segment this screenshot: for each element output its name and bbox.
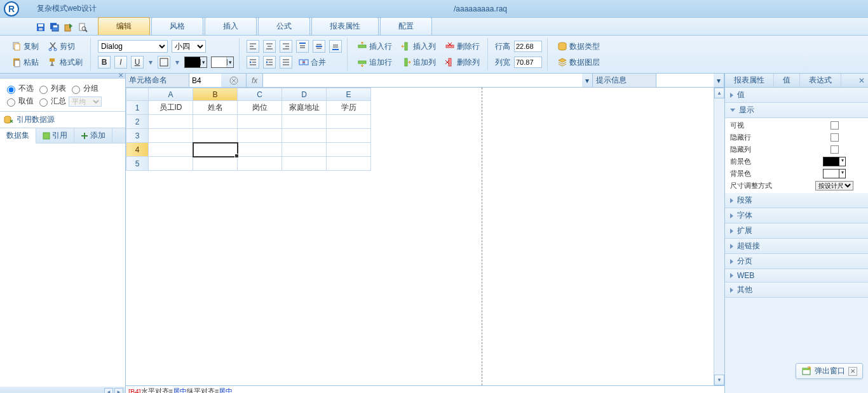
- bold-button[interactable]: B: [98, 56, 111, 69]
- row-header-2[interactable]: 2: [126, 115, 149, 129]
- indent-dec-button[interactable]: [247, 56, 259, 69]
- cell[interactable]: 岗位: [238, 101, 282, 115]
- fx-cancel-icon[interactable]: [221, 74, 247, 87]
- insert-col-button[interactable]: 插入列: [398, 40, 438, 53]
- cell[interactable]: [238, 143, 282, 157]
- acc-value[interactable]: 值: [725, 88, 868, 103]
- row-header-4[interactable]: 4: [126, 143, 149, 157]
- fx-icon[interactable]: fx: [247, 74, 263, 87]
- cut-button[interactable]: 剪切: [45, 40, 78, 53]
- border-button[interactable]: [158, 56, 170, 69]
- underline-button[interactable]: U: [131, 56, 144, 69]
- font-size-select[interactable]: 小四: [172, 40, 206, 53]
- backcolor-button[interactable]: ▾: [211, 57, 234, 68]
- cell[interactable]: 学历: [327, 101, 371, 115]
- acc-font[interactable]: 字体: [725, 208, 868, 223]
- tab-dataset[interactable]: 数据集: [0, 128, 36, 143]
- append-col-button[interactable]: 追加列: [398, 56, 438, 69]
- radio-sum[interactable]: 汇总: [36, 96, 66, 107]
- scroll-left-icon[interactable]: ◄: [104, 388, 113, 393]
- cell[interactable]: [327, 115, 371, 129]
- cell[interactable]: [327, 143, 371, 157]
- cell[interactable]: [327, 129, 371, 143]
- cell[interactable]: 家庭地址: [282, 101, 327, 115]
- selected-cell[interactable]: [193, 143, 238, 157]
- tab-quote[interactable]: 引用: [36, 128, 74, 143]
- italic-button[interactable]: I: [114, 56, 127, 69]
- copy-button[interactable]: 复制: [9, 40, 41, 53]
- border-dd2[interactable]: ▾: [174, 58, 180, 67]
- tab-report-attr[interactable]: 报表属性: [311, 17, 379, 35]
- row-header-3[interactable]: 3: [126, 129, 149, 143]
- cell[interactable]: 员工ID: [149, 101, 193, 115]
- spreadsheet[interactable]: A B C D E 1 员工ID 姓名 岗位 家庭地址 学历 2: [126, 88, 714, 385]
- col-header-c[interactable]: C: [238, 88, 282, 101]
- paste-button[interactable]: 粘贴: [9, 56, 41, 69]
- quote-datasource-link[interactable]: 引用数据源: [0, 112, 125, 128]
- fg-color-picker[interactable]: ▾: [823, 157, 846, 166]
- cell[interactable]: [327, 157, 371, 171]
- cell[interactable]: [238, 157, 282, 171]
- resize-select[interactable]: 按设计尺寸不: [815, 181, 853, 190]
- bg-color-picker[interactable]: ▾: [823, 169, 846, 178]
- font-family-select[interactable]: Dialog: [98, 40, 168, 53]
- acc-para[interactable]: 段落: [725, 193, 868, 208]
- scroll-up-icon[interactable]: ▲: [714, 88, 724, 98]
- cell[interactable]: [282, 143, 327, 157]
- rtab-expr[interactable]: 表达式: [800, 74, 841, 87]
- cell[interactable]: [282, 157, 327, 171]
- preview-icon[interactable]: [78, 22, 88, 32]
- col-width-input[interactable]: [514, 57, 542, 68]
- rtab-attr[interactable]: 报表属性: [725, 74, 774, 87]
- cell[interactable]: [238, 115, 282, 129]
- append-row-button[interactable]: 追加行: [355, 56, 395, 69]
- rtab-val[interactable]: 值: [774, 74, 800, 87]
- col-header-a[interactable]: A: [149, 88, 193, 101]
- align-right-button[interactable]: [280, 40, 292, 53]
- vertical-scrollbar[interactable]: ▲ ▼: [714, 88, 724, 385]
- close-right-icon[interactable]: ✕: [855, 76, 868, 85]
- col-header-e[interactable]: E: [327, 88, 371, 101]
- formula-input[interactable]: [263, 74, 582, 87]
- cell[interactable]: [149, 143, 193, 157]
- tab-add[interactable]: 添加: [74, 128, 112, 143]
- hidecol-checkbox[interactable]: [831, 145, 839, 154]
- cell[interactable]: 姓名: [193, 101, 238, 115]
- scroll-down-icon[interactable]: ▼: [714, 375, 724, 385]
- row-height-input[interactable]: [514, 41, 542, 52]
- cell[interactable]: [193, 115, 238, 129]
- tab-formula[interactable]: 公式: [258, 17, 310, 35]
- valign-top-button[interactable]: [296, 40, 309, 53]
- acc-other[interactable]: 其他: [725, 283, 868, 298]
- format-painter-button[interactable]: 格式刷: [45, 56, 85, 69]
- valign-bot-button[interactable]: [329, 40, 342, 53]
- align-center-button[interactable]: [263, 40, 276, 53]
- radio-value[interactable]: 取值: [4, 96, 34, 107]
- acc-web[interactable]: WEB: [725, 269, 868, 283]
- export-icon[interactable]: [64, 22, 74, 32]
- popup-window-button[interactable]: 弹出窗口 ✕: [796, 363, 863, 379]
- radio-group[interactable]: 分组: [69, 83, 98, 94]
- cell[interactable]: [193, 129, 238, 143]
- forecolor-button[interactable]: ▾: [184, 57, 207, 68]
- cell[interactable]: [193, 157, 238, 171]
- valign-mid-button[interactable]: [313, 40, 325, 53]
- saveall-icon[interactable]: [50, 22, 60, 32]
- cell[interactable]: [238, 129, 282, 143]
- formula-dropdown-icon[interactable]: ▾: [582, 74, 593, 87]
- row-header-1[interactable]: 1: [126, 101, 149, 115]
- data-layer-button[interactable]: 数据图层: [555, 56, 602, 69]
- acc-expand[interactable]: 扩展: [725, 223, 868, 239]
- radio-list[interactable]: 列表: [36, 83, 66, 94]
- tab-style[interactable]: 风格: [151, 17, 203, 35]
- justify-button[interactable]: [280, 56, 292, 69]
- row-header-5[interactable]: 5: [126, 157, 149, 171]
- col-header-d[interactable]: D: [282, 88, 327, 101]
- acc-display[interactable]: 显示: [725, 103, 868, 118]
- close-icon[interactable]: ✕: [118, 72, 123, 79]
- hiderow-checkbox[interactable]: [831, 133, 839, 142]
- delete-row-button[interactable]: 删除行: [442, 40, 482, 53]
- cell[interactable]: [149, 129, 193, 143]
- tab-edit[interactable]: 编辑: [98, 17, 150, 35]
- cell[interactable]: [282, 129, 327, 143]
